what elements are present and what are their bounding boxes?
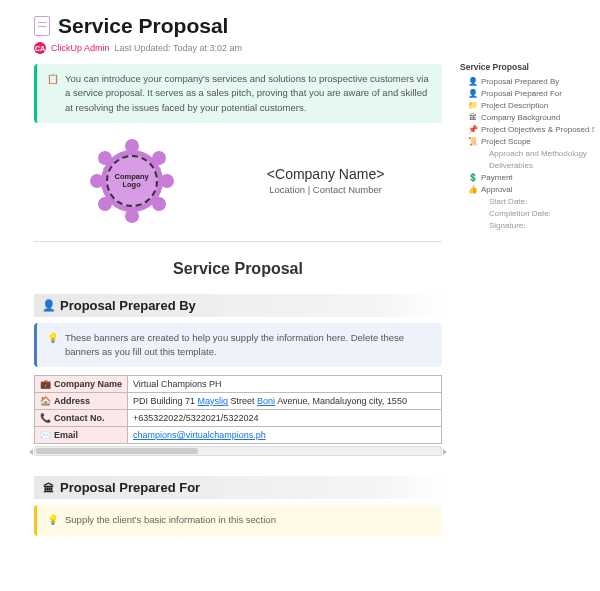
scrollbar-thumb[interactable] — [36, 448, 198, 454]
outline-item-icon: 👍 — [468, 185, 477, 194]
section-prepared-for-header: 🏛 Proposal Prepared For — [34, 476, 442, 499]
person-icon: 👤 — [42, 299, 54, 312]
company-location-placeholder[interactable]: Location | Contact Number — [267, 184, 385, 195]
outline-item-label: Payment — [481, 173, 513, 182]
callout-text: These banners are created to help you su… — [65, 331, 432, 360]
document-heading: Service Proposal — [34, 260, 442, 278]
outline-item-label: Completion Date: — [489, 209, 551, 218]
outline-item[interactable]: 💲Payment — [460, 171, 594, 183]
intro-callout: 📋 You can introduce your company's servi… — [34, 64, 442, 123]
outline-item[interactable]: 👤Proposal Prepared For — [460, 87, 594, 99]
section-prepared-by-header: 👤 Proposal Prepared By — [34, 294, 442, 317]
building-icon: 🏛 — [42, 482, 54, 494]
mail-icon: ✉️ — [40, 430, 51, 440]
company-name-value[interactable]: Virtual Champions PH — [128, 376, 442, 393]
outline-item[interactable]: Signature: — [460, 219, 594, 231]
author-avatar[interactable]: CA — [34, 42, 46, 54]
outline-item-icon: 📌 — [468, 125, 477, 134]
phone-icon: 📞 — [40, 413, 51, 423]
table-row: 🏠Address PDI Building 71 Mayslig Street … — [35, 393, 442, 410]
contact-label: 📞Contact No. — [35, 410, 128, 427]
company-logo-placeholder: Company Logo — [92, 141, 172, 221]
address-label: 🏠Address — [35, 393, 128, 410]
outline-item[interactable]: Approach and Methodology — [460, 147, 594, 159]
outline-item[interactable]: Deliverables — [460, 159, 594, 171]
boni-link[interactable]: Boni — [257, 396, 275, 406]
outline-item-icon: 🏛 — [468, 113, 477, 122]
outline-item[interactable]: 📁Project Description — [460, 99, 594, 111]
intro-text: You can introduce your company's service… — [65, 72, 432, 115]
outline-item[interactable]: 📌Project Objectives & Proposed Ser… — [460, 123, 594, 135]
outline-item-icon: 👤 — [468, 89, 477, 98]
outline-item[interactable]: 👤Proposal Prepared By — [460, 75, 594, 87]
horizontal-scrollbar[interactable] — [34, 446, 442, 456]
outline-item[interactable]: 👍Approval — [460, 183, 594, 195]
logo-text: Company Logo — [106, 155, 158, 207]
lightbulb-icon: 💡 — [47, 331, 59, 360]
meta-row: CA ClickUp Admin Last Updated: Today at … — [34, 42, 442, 54]
table-row: 📞Contact No. +635322022/5322021/5322024 — [35, 410, 442, 427]
contact-value[interactable]: +635322022/5322021/5322024 — [128, 410, 442, 427]
outline-item-label: Company Background — [481, 113, 560, 122]
home-icon: 🏠 — [40, 396, 51, 406]
clipboard-icon: 📋 — [47, 72, 59, 115]
prepared-for-callout: 💡 Supply the client's basic information … — [34, 505, 442, 535]
prepared-by-callout: 💡 These banners are created to help you … — [34, 323, 442, 368]
outline-item-label: Proposal Prepared For — [481, 89, 562, 98]
company-name-placeholder[interactable]: <Company Name> — [267, 166, 385, 182]
outline-item-label: Proposal Prepared By — [481, 77, 559, 86]
lightbulb-icon: 💡 — [47, 513, 59, 527]
maysilo-link[interactable]: Mayslig — [198, 396, 229, 406]
outline-item-icon: 📁 — [468, 101, 477, 110]
outline-item[interactable]: Start Date: — [460, 195, 594, 207]
address-value[interactable]: PDI Building 71 Mayslig Street Boni Aven… — [128, 393, 442, 410]
author-name[interactable]: ClickUp Admin — [51, 43, 110, 53]
outline-item[interactable]: 🏛Company Background — [460, 111, 594, 123]
outline-item[interactable]: Completion Date: — [460, 207, 594, 219]
outline-item-label: Approach and Methodology — [489, 149, 587, 158]
hero-row: Company Logo <Company Name> Location | C… — [34, 123, 442, 235]
outline-item-label: Project Objectives & Proposed Ser… — [481, 125, 594, 134]
document-icon — [34, 16, 50, 36]
table-row: ✉️Email champions@virtualchampions.ph — [35, 427, 442, 444]
main-content: Service Proposal CA ClickUp Admin Last U… — [0, 0, 458, 591]
outline-item-icon: 💲 — [468, 173, 477, 182]
email-label: ✉️Email — [35, 427, 128, 444]
outline-item-label: Signature: — [489, 221, 525, 230]
outline-title[interactable]: Service Proposal — [460, 62, 594, 72]
callout-text: Supply the client's basic information in… — [65, 513, 276, 527]
outline-item-label: Deliverables — [489, 161, 533, 170]
table-row: 💼Company Name Virtual Champions PH — [35, 376, 442, 393]
section-title: Proposal Prepared For — [60, 480, 200, 495]
outline-item-label: Start Date: — [489, 197, 527, 206]
title-row: Service Proposal — [34, 14, 442, 38]
email-value[interactable]: champions@virtualchampions.ph — [128, 427, 442, 444]
last-updated: Last Updated: Today at 3:02 am — [115, 43, 242, 53]
company-name-label: 💼Company Name — [35, 376, 128, 393]
section-title: Proposal Prepared By — [60, 298, 196, 313]
outline-item-icon: 👤 — [468, 77, 477, 86]
outline-sidebar: Service Proposal 👤Proposal Prepared By👤P… — [458, 0, 600, 591]
prepared-by-table: 💼Company Name Virtual Champions PH 🏠Addr… — [34, 375, 442, 444]
email-link[interactable]: champions@virtualchampions.ph — [133, 430, 266, 440]
divider — [34, 241, 442, 242]
company-block: <Company Name> Location | Contact Number — [267, 166, 385, 195]
outline-item-label: Approval — [481, 185, 513, 194]
outline-item-icon: 📜 — [468, 137, 477, 146]
briefcase-icon: 💼 — [40, 379, 51, 389]
outline-item[interactable]: 📜Project Scope — [460, 135, 594, 147]
page-title: Service Proposal — [58, 14, 228, 38]
outline-item-label: Project Description — [481, 101, 548, 110]
outline-item-label: Project Scope — [481, 137, 531, 146]
